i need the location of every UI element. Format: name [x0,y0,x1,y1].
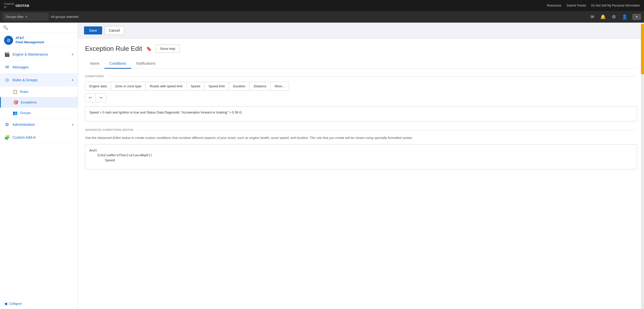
top-bar-left: Poweredby GEOTAB [4,3,29,9]
rules-sub-icon: 📋 [13,89,18,94]
conditions-section-header: CONDITIONS [85,75,637,78]
user-dropdown-button[interactable]: ▼ [632,14,641,20]
tab-notifications[interactable]: Notifications [131,59,160,69]
do-not-sell-link[interactable]: Do Not Sell My Personal Information [591,4,640,7]
engine-icon: 🎬 [4,52,10,57]
tabs: Name Conditions Notifications [85,59,637,69]
sidebar-collapse-button[interactable]: ◀ Collapse [0,298,78,309]
show-help-button[interactable]: Show help [156,45,180,53]
sidebar-search: 🔍 [0,23,78,33]
advanced-description: Use the Advanced Editor below to create … [85,135,637,141]
groups-filter-label: Groups filter [6,15,24,19]
user-name-text: ▼ [635,15,638,19]
search-icon: 🔍 [3,25,8,30]
scrollbar-thumb[interactable] [641,24,644,74]
tab-conditions[interactable]: Conditions [104,59,131,69]
cond-btn-distance[interactable]: Distance [250,82,271,90]
filter-bar: Groups filter ▼ All groups selected ✉ 🔔 … [0,11,644,23]
rules-groups-icon: ⊙ [4,77,10,83]
content-area: Save Cancel Exception Rule Edit 🔖 Show h… [78,23,644,309]
groups-filter-chevron-icon: ▼ [25,15,28,18]
advanced-conditions-section: ADVANCED CONDITIONS EDITOR Use the Advan… [85,128,637,169]
redo-button[interactable]: ↪ [96,93,106,102]
cond-btn-speed[interactable]: Speed [187,82,205,90]
sidebar-item-messages[interactable]: ✉ Messages [0,61,78,74]
rules-groups-chevron-icon: ∧ [71,78,74,82]
cond-btn-duration[interactable]: Duration [229,82,250,90]
rules-groups-label: Rules & Groups [13,78,69,82]
rules-sub-label: Rules [20,90,28,94]
resources-link[interactable]: Resources [547,4,561,7]
filter-bar-icons: ✉ 🔔 ⚙ 👤 ▼ [589,13,641,21]
brand-logo-icon: @ [4,36,13,45]
powered-by-text: Poweredby [4,3,14,9]
sidebar-item-engine[interactable]: 🎬 Engine & Maintenance ∧ [0,48,78,61]
condition-buttons-group: Engine data Zone or zone type Roads with… [85,82,289,91]
bookmark-icon[interactable]: 🔖 [146,46,152,52]
brand-name-text: AT&TFleet Management [16,36,44,45]
sidebar-brand: @ AT&TFleet Management [0,33,78,48]
main-content: Exception Rule Edit 🔖 Show help Name Con… [78,38,644,309]
advanced-title: ADVANCED CONDITIONS EDITOR [85,128,133,131]
condition-expression: Speed > 0 mph and Ignition is true and S… [85,106,637,121]
undo-button[interactable]: ↩ [85,93,96,102]
content-toolbar: Save Cancel [78,23,644,38]
messages-icon: ✉ [4,64,10,70]
undo-redo-group: ↩ ↪ [85,93,106,102]
sidebar-sub-item-groups[interactable]: 👥 Groups [0,108,78,118]
sidebar: 🔍 @ AT&TFleet Management 🎬 Engine & Main… [0,23,78,309]
geotab-brand-text: GEOTAB [15,4,29,8]
sidebar-item-administration[interactable]: ⚙ Administration ∨ [0,118,78,131]
user-icon-button[interactable]: 👤 [621,13,628,21]
right-scrollbar[interactable] [641,23,644,309]
sidebar-item-rules-groups[interactable]: ⊙ Rules & Groups ∧ [0,74,78,87]
mail-icon-button[interactable]: ✉ [589,13,595,21]
advanced-divider [136,130,637,130]
groups-filter-button[interactable]: Groups filter ▼ [3,13,48,20]
all-groups-text: All groups selected [51,15,78,19]
administration-label: Administration [13,123,69,127]
sidebar-sub-item-exceptions[interactable]: 🎯 Exceptions [0,97,78,108]
collapse-label: Collapse [9,302,22,305]
collapse-icon: ◀ [4,301,7,306]
page-header: Exception Rule Edit 🔖 Show help [85,45,637,53]
engine-chevron-icon: ∧ [71,53,74,56]
cond-btn-speed-limit[interactable]: Speed limit [205,82,229,90]
administration-icon: ⚙ [4,122,10,127]
settings-icon-button[interactable]: ⚙ [611,13,617,21]
exceptions-sub-label: Exceptions [21,100,37,104]
top-bar: Poweredby GEOTAB Resources Submit Ticket… [0,0,644,11]
more-label: More... [275,84,285,88]
sidebar-item-custom-addon[interactable]: 🧩 Custom Add-In [0,131,78,144]
bell-icon-button[interactable]: 🔔 [599,13,607,21]
cond-btn-more[interactable]: More... [271,82,289,90]
cond-btn-zone[interactable]: Zone or zone type [111,82,146,90]
submit-tickets-link[interactable]: Submit Tickets [567,4,586,7]
administration-chevron-icon: ∨ [71,123,74,126]
custom-addon-icon: 🧩 [4,135,10,140]
sidebar-sub-item-rules[interactable]: 📋 Rules [0,87,78,97]
engine-label: Engine & Maintenance [13,52,69,56]
advanced-editor[interactable]: And( IsValueMoreThan[value=0mph]( Speed [85,144,637,169]
groups-sub-icon: 👥 [13,110,18,115]
conditions-divider [107,76,637,76]
cancel-button[interactable]: Cancel [105,26,124,35]
conditions-title: CONDITIONS [85,75,104,78]
geotab-logo: Poweredby GEOTAB [4,3,29,9]
cond-btn-engine-data[interactable]: Engine data [85,82,111,90]
cond-btn-roads-speed[interactable]: Roads with speed limit [146,82,187,90]
main-layout: 🔍 @ AT&TFleet Management 🎬 Engine & Main… [0,23,644,309]
messages-label: Messages [13,65,74,69]
exceptions-sub-icon: 🎯 [13,100,18,105]
top-bar-links: Resources Submit Tickets Do Not Sell My … [547,4,640,7]
advanced-section-header: ADVANCED CONDITIONS EDITOR [85,128,637,131]
custom-addon-label: Custom Add-In [13,135,74,139]
groups-sub-label: Groups [20,111,31,115]
page-title: Exception Rule Edit [85,45,142,53]
tab-name[interactable]: Name [85,59,104,69]
save-button[interactable]: Save [84,26,102,34]
